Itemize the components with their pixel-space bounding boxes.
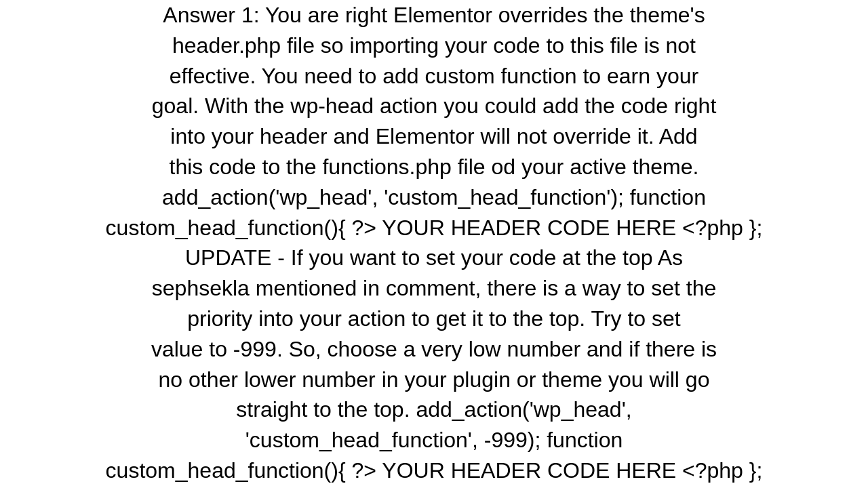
line14: straight to the top. add_action('wp_head… [236, 397, 631, 422]
line13: no other lower number in your plugin or … [159, 367, 710, 392]
line11: priority into your action to get it to t… [187, 306, 680, 331]
line12: value to -999. So, choose a very low num… [151, 337, 717, 361]
line16: custom_head_function(){ ?> YOUR HEADER C… [106, 458, 763, 483]
line8: custom_head_function(){ ?> YOUR HEADER C… [106, 216, 763, 240]
line10: sephsekla mentioned in comment, there is… [152, 276, 716, 300]
line2: header.php file so importing your code t… [172, 33, 696, 58]
line9: UPDATE - If you want to set your code at… [185, 245, 683, 270]
line7: add_action('wp_head', 'custom_head_funct… [162, 185, 706, 209]
main-content: Answer 1: You are right Elementor overri… [0, 0, 868, 488]
line1: Answer 1: You are right Elementor overri… [163, 3, 705, 27]
line15: 'custom_head_function', -999); function [245, 428, 623, 452]
line5: into your header and Elementor will not … [170, 124, 697, 148]
line6: this code to the functions.php file od y… [170, 155, 699, 179]
line4: goal. With the wp-head action you could … [152, 94, 717, 118]
answer-paragraph: Answer 1: You are right Elementor overri… [14, 0, 854, 486]
line3: effective. You need to add custom functi… [170, 64, 698, 88]
